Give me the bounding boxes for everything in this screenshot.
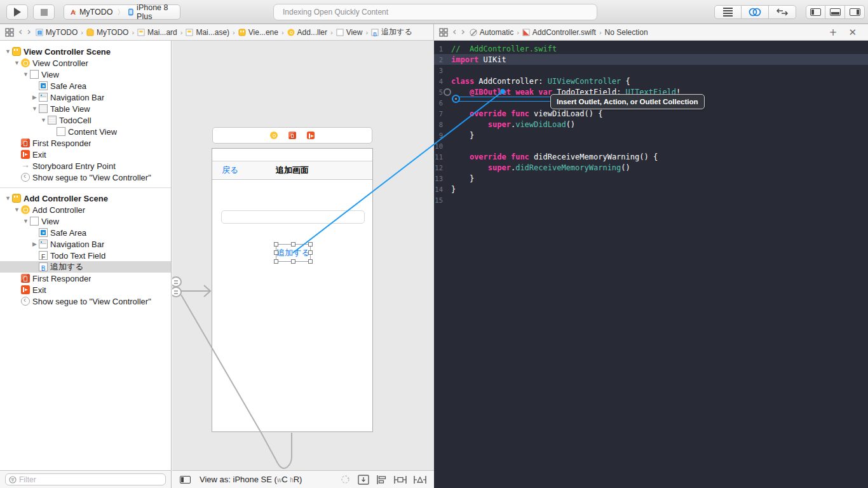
disclosure-triangle-icon[interactable]: ▶ xyxy=(31,241,39,247)
breadcrumb-item[interactable]: AddController.swift xyxy=(522,28,596,37)
code-line[interactable]: 1// AddController.swift xyxy=(434,43,868,54)
forward-button[interactable]: › xyxy=(27,27,31,37)
outline-row[interactable]: Storyboard Entry Point xyxy=(0,160,171,172)
disclosure-triangle-icon[interactable]: ▼ xyxy=(31,105,39,112)
outline-row[interactable]: Todo Text Field xyxy=(0,250,171,261)
disclosure-triangle-icon[interactable]: ▼ xyxy=(4,195,12,201)
view-controller-dock-icon[interactable] xyxy=(270,132,278,139)
resize-handle[interactable] xyxy=(274,242,278,247)
assistant-code-editor[interactable]: 1// AddController.swift2import UIKit34cl… xyxy=(434,41,868,488)
outline-row[interactable]: First Responder xyxy=(0,273,171,284)
outline-row[interactable]: ▼View xyxy=(0,215,171,227)
code-line[interactable]: 11 override func didReceiveMemoryWarning… xyxy=(434,151,868,162)
outline-row[interactable]: First Responder xyxy=(0,137,171,149)
code-line[interactable]: 15 xyxy=(434,194,868,205)
outline-row[interactable]: ▼TodoCell xyxy=(0,114,171,126)
view-as-label[interactable]: View as: iPhone SE (wC hR) xyxy=(200,475,302,484)
forward-button[interactable]: › xyxy=(461,27,465,37)
toggle-debug-area-button[interactable] xyxy=(825,5,845,19)
toggle-navigator-button[interactable] xyxy=(806,5,825,19)
disclosure-triangle-icon[interactable]: ▼ xyxy=(22,71,30,78)
embed-in-stack-icon[interactable] xyxy=(358,475,369,485)
scheme-selector[interactable]: MyTODO 〉 iPhone 8 Plus xyxy=(64,4,180,20)
breadcrumb-item[interactable]: 追加する xyxy=(371,27,412,37)
add-constraints-icon[interactable] xyxy=(394,475,407,484)
outline-row[interactable]: ▼View xyxy=(0,69,171,80)
code-line[interactable]: 2import UIKit xyxy=(434,54,868,65)
outline-row[interactable]: Safe Area xyxy=(0,227,171,238)
related-items-icon[interactable] xyxy=(5,28,14,37)
code-line[interactable]: 12 super.didReceiveMemoryWarning() xyxy=(434,162,868,173)
code-line[interactable]: 13 } xyxy=(434,173,868,184)
todo-text-field[interactable] xyxy=(221,210,365,224)
breadcrumb-item[interactable]: MyTODO xyxy=(86,28,128,37)
resize-handle[interactable] xyxy=(274,250,278,255)
outline-row[interactable]: ▼View Controller Scene xyxy=(0,46,171,57)
outline-row[interactable]: Exit xyxy=(0,284,171,295)
resize-handle[interactable] xyxy=(291,259,295,264)
filter-input[interactable]: Filter xyxy=(5,473,166,485)
back-button[interactable]: ‹ xyxy=(18,27,22,37)
breadcrumb-item[interactable]: Vie...ene xyxy=(238,28,278,37)
version-editor-button[interactable] xyxy=(769,5,796,19)
outline-row[interactable]: ▶Navigation Bar xyxy=(0,92,171,103)
disclosure-triangle-icon[interactable]: ▼ xyxy=(39,117,48,123)
resize-handle[interactable] xyxy=(308,259,313,264)
outline-row[interactable]: 追加する xyxy=(0,261,171,273)
breadcrumb-item[interactable]: Mai...ard xyxy=(137,28,177,37)
code-line[interactable]: 10 xyxy=(434,140,868,151)
add-controller-view[interactable]: 戻る 追加画面 追加する xyxy=(212,148,373,432)
code-line[interactable]: 14} xyxy=(434,184,868,194)
code-line[interactable]: 3 xyxy=(434,65,868,76)
exit-dock-icon[interactable] xyxy=(307,132,315,139)
outline-row[interactable]: ▶Navigation Bar xyxy=(0,238,171,250)
breadcrumb-item[interactable]: Mai...ase) xyxy=(186,28,229,37)
code-line[interactable]: 4class AddController: UIViewController { xyxy=(434,76,868,86)
resolve-autolayout-icon[interactable] xyxy=(414,475,426,484)
back-button[interactable]: ‹ xyxy=(452,27,456,37)
disclosure-triangle-icon[interactable]: ▼ xyxy=(4,48,12,55)
add-assistant-editor-button[interactable]: + xyxy=(829,27,837,38)
outline-row[interactable]: ▼Add Controller xyxy=(0,204,171,215)
add-button-selected[interactable]: 追加する xyxy=(276,245,310,261)
outline-row[interactable]: ▼Table View xyxy=(0,103,171,114)
outline-row[interactable]: Safe Area xyxy=(0,80,171,92)
breadcrumb-item[interactable]: MyTODO xyxy=(36,28,78,37)
disclosure-triangle-icon[interactable]: ▼ xyxy=(22,218,30,224)
first-responder-dock-icon[interactable] xyxy=(288,132,296,139)
breadcrumb-item[interactable]: No Selection xyxy=(605,28,648,37)
standard-editor-button[interactable] xyxy=(714,5,742,19)
resize-handle[interactable] xyxy=(291,242,295,247)
toggle-inspector-button[interactable] xyxy=(845,5,865,19)
outline-toggle-button[interactable] xyxy=(180,476,191,484)
breadcrumb-item[interactable]: Add...ller xyxy=(287,28,327,37)
outline-row[interactable]: Show segue to "View Controller" xyxy=(0,172,171,183)
code-line[interactable]: 7 override func viewDidLoad() { xyxy=(434,108,868,119)
resize-handle[interactable] xyxy=(308,250,313,255)
assistant-editor-button[interactable] xyxy=(742,5,769,19)
disclosure-triangle-icon[interactable]: ▼ xyxy=(13,207,21,213)
align-icon[interactable] xyxy=(376,475,387,485)
navigation-bar[interactable]: 戻る 追加画面 xyxy=(212,161,372,180)
outlet-connection-well[interactable] xyxy=(444,88,451,96)
outline-row[interactable]: Show segue to "View Controller" xyxy=(0,295,171,307)
back-bar-button[interactable]: 戻る xyxy=(222,165,238,176)
code-line[interactable]: 8 super.viewDidLoad() xyxy=(434,119,868,130)
code-line[interactable]: 9 } xyxy=(434,130,868,140)
storyboard-canvas[interactable]: 戻る 追加画面 追加する xyxy=(172,41,434,470)
update-frames-icon[interactable] xyxy=(340,474,351,485)
disclosure-triangle-icon[interactable]: ▶ xyxy=(31,94,39,100)
related-items-icon[interactable] xyxy=(439,28,448,37)
outline-row[interactable]: Content View xyxy=(0,126,171,137)
outline-row[interactable]: Exit xyxy=(0,149,171,160)
outline-row[interactable]: ▼View Controller xyxy=(0,57,171,69)
outline-row[interactable]: ▼Add Controller Scene xyxy=(0,193,171,204)
disclosure-triangle-icon[interactable]: ▼ xyxy=(13,60,21,66)
breadcrumb-item[interactable]: View xyxy=(336,28,363,37)
segue-badge[interactable] xyxy=(172,276,182,287)
resize-handle[interactable] xyxy=(308,242,313,247)
segue-badge[interactable] xyxy=(172,287,182,297)
breadcrumb-item[interactable]: Automatic xyxy=(470,28,513,37)
close-assistant-editor-button[interactable]: ✕ xyxy=(848,27,857,38)
run-button[interactable] xyxy=(6,4,28,20)
